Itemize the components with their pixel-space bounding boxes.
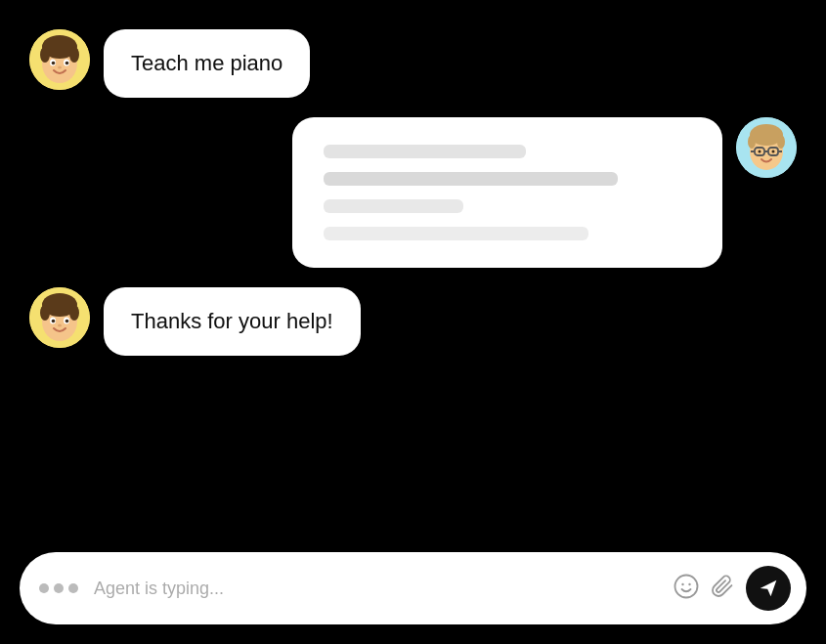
chat-container: Teach me piano (0, 0, 826, 542)
svg-point-34 (688, 583, 690, 585)
svg-point-7 (52, 62, 56, 65)
svg-point-14 (777, 135, 785, 149)
user-avatar-1 (29, 29, 90, 90)
skeleton-line-3 (324, 199, 463, 213)
message-bubble-1: Teach me piano (104, 29, 310, 98)
message-bubble-3: Thanks for your help! (104, 287, 361, 356)
skeleton-line-1 (324, 145, 526, 158)
dot-1 (39, 583, 49, 593)
message-text-1: Teach me piano (131, 51, 283, 75)
send-button[interactable] (746, 566, 791, 611)
emoji-icon[interactable] (674, 574, 699, 603)
skeleton-line-2 (324, 172, 618, 186)
svg-point-26 (69, 305, 79, 321)
svg-point-4 (69, 47, 79, 63)
svg-point-32 (675, 576, 698, 598)
skeleton-line-4 (324, 227, 588, 240)
svg-point-9 (58, 66, 62, 69)
svg-point-21 (772, 150, 775, 153)
message-text-3: Thanks for your help! (131, 309, 333, 333)
svg-point-20 (759, 150, 761, 153)
svg-point-29 (52, 320, 56, 323)
user-avatar-3 (29, 287, 90, 348)
dot-2 (54, 583, 64, 593)
typing-dots (39, 583, 78, 593)
svg-point-31 (58, 324, 62, 327)
skeleton-bubble (292, 117, 722, 268)
paperclip-icon[interactable] (711, 575, 734, 602)
svg-point-8 (65, 62, 69, 65)
message-row-3: Thanks for your help! (29, 287, 797, 356)
input-placeholder[interactable]: Agent is typing... (94, 579, 662, 599)
input-bar: Agent is typing... (20, 552, 806, 624)
message-row-2 (29, 117, 797, 268)
svg-point-33 (681, 583, 683, 585)
svg-point-25 (40, 305, 50, 321)
svg-point-30 (65, 320, 69, 323)
dot-3 (68, 583, 78, 593)
message-row-1: Teach me piano (29, 29, 797, 98)
svg-point-13 (748, 135, 756, 149)
agent-avatar (736, 117, 797, 178)
svg-point-3 (40, 47, 50, 63)
